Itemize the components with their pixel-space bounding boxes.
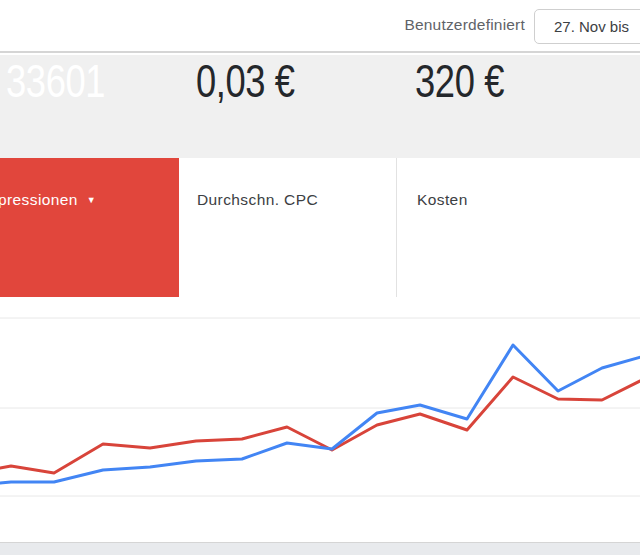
date-range-button[interactable]: 27. Nov bis [534, 9, 640, 44]
chevron-down-icon[interactable]: ▼ [87, 196, 96, 205]
scorecard-impressions-value: 33601 [6, 56, 105, 106]
scorecard-cost[interactable]: Kosten 320 € [396, 158, 640, 297]
scorecard-cost-label: Kosten [417, 191, 468, 209]
scorecard-cost-value: 320 € [415, 56, 504, 106]
scorecard-impressions[interactable]: pressionen ▼ 33601 [0, 158, 179, 297]
bottom-strip [0, 542, 640, 555]
performance-chart-canvas[interactable] [0, 297, 640, 542]
scorecard-impressions-label: pressionen [0, 191, 78, 209]
scorecard-avg-cpc[interactable]: Durchschn. CPC 0,03 € [179, 158, 396, 297]
date-range-button-label: 27. Nov bis [554, 18, 629, 35]
date-range-type-label: Benutzerdefiniert [404, 16, 525, 34]
blue-line [0, 345, 640, 483]
date-range-bar: Benutzerdefiniert 27. Nov bis [0, 0, 640, 53]
performance-chart[interactable] [0, 297, 640, 542]
red-line [0, 377, 640, 473]
scorecard-avg-cpc-value: 0,03 € [196, 56, 295, 106]
scorecard-strip: pressionen ▼ 33601 Durchschn. CPC 0,03 €… [0, 158, 640, 297]
scorecard-avg-cpc-label: Durchschn. CPC [197, 191, 318, 209]
